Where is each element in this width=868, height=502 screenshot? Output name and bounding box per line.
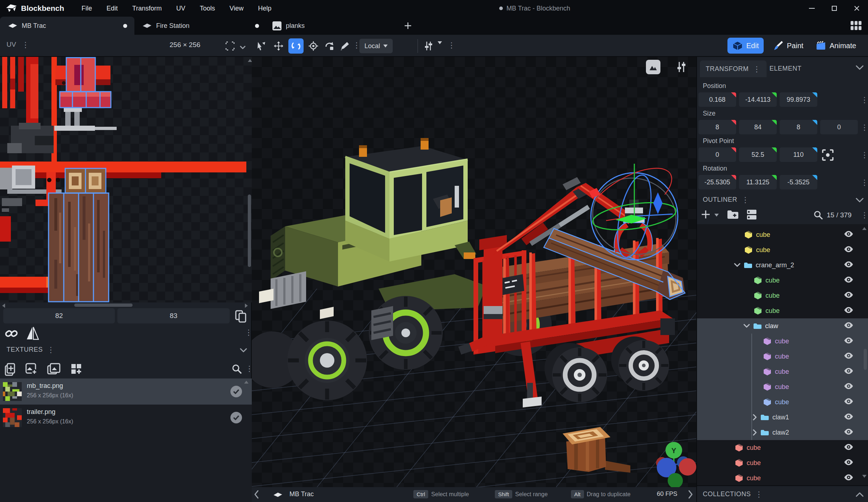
close-button[interactable] — [846, 0, 868, 17]
visibility-eye-icon[interactable] — [844, 231, 854, 239]
textures-collapse-button[interactable] — [240, 347, 247, 354]
toggle-panels-button[interactable] — [746, 209, 757, 221]
viewport[interactable]: X Z Y — [252, 57, 696, 487]
mode-tab-paint[interactable]: Paint — [769, 38, 809, 54]
scroll-left-arrow[interactable] — [2, 304, 5, 308]
size-y-input[interactable]: 84 — [739, 120, 777, 134]
collections-menu-button[interactable]: ⋮ — [755, 490, 763, 498]
add-dropdown[interactable] — [714, 214, 719, 217]
create-texture-button[interactable] — [4, 363, 16, 377]
visibility-eye-icon[interactable] — [844, 337, 854, 346]
outliner-item-cube[interactable]: cube — [697, 303, 868, 318]
outliner-item-cube[interactable]: cube — [697, 227, 868, 242]
visibility-eye-icon[interactable] — [844, 459, 854, 467]
append-palette-button[interactable] — [70, 363, 83, 377]
knife-tool-button[interactable] — [337, 38, 352, 54]
outliner-item-cube[interactable]: cube — [697, 273, 868, 288]
uv-editor-canvas[interactable] — [0, 57, 252, 302]
chevron-down-icon[interactable] — [743, 324, 750, 328]
slider-settings-button[interactable] — [421, 38, 436, 54]
texture-enabled-check[interactable] — [230, 386, 242, 397]
import-multiple-button[interactable] — [47, 363, 61, 377]
tab-transform[interactable]: TRANSFORM ⋮ — [700, 60, 767, 77]
rotation-menu[interactable]: ⋮ — [861, 179, 868, 186]
status-next-button[interactable] — [687, 489, 694, 501]
outliner-item-cube[interactable]: cube — [697, 242, 868, 258]
position-y-input[interactable]: -14.4113 — [739, 92, 777, 107]
outliner-scroll-up[interactable] — [862, 227, 867, 230]
outliner-scroll-down[interactable] — [862, 475, 867, 478]
import-texture-button[interactable] — [25, 363, 38, 377]
outliner-scroll-thumb[interactable] — [864, 349, 867, 370]
pivot-y-input[interactable]: 52.5 — [739, 147, 777, 162]
vscroll-thumb[interactable] — [248, 194, 251, 267]
texture-search-button[interactable] — [232, 364, 242, 376]
uv-y-input[interactable]: 83 — [117, 308, 230, 323]
frame-view-dropdown[interactable] — [240, 44, 246, 51]
outliner-group-claw[interactable]: claw — [697, 318, 868, 334]
scroll-right-arrow[interactable] — [245, 304, 248, 308]
visibility-eye-icon[interactable] — [844, 428, 854, 437]
outliner-item-cube[interactable]: cube — [697, 440, 868, 455]
size-inflate-input[interactable]: 0 — [820, 120, 858, 134]
visibility-eye-icon[interactable] — [844, 307, 854, 315]
uv-vscrollbar[interactable] — [247, 57, 252, 302]
outliner-item-cube[interactable]: cube — [697, 334, 868, 349]
menu-help[interactable]: Help — [258, 5, 271, 12]
pivot-z-input[interactable]: 110 — [780, 147, 817, 162]
menu-tools[interactable]: Tools — [200, 5, 215, 12]
uv-panel-more-menu[interactable]: ⋮ — [245, 329, 253, 336]
viewport-sliders-button[interactable] — [673, 59, 689, 75]
tab-fire-station[interactable]: Fire Station — [134, 17, 268, 35]
visibility-eye-icon[interactable] — [844, 398, 854, 406]
visibility-eye-icon[interactable] — [844, 246, 854, 254]
rotation-z-input[interactable]: -5.3525 — [780, 175, 817, 189]
tab-element[interactable]: ELEMENT — [769, 65, 802, 72]
background-image-toggle-button[interactable] — [646, 60, 660, 74]
outliner-collapse-button[interactable] — [856, 197, 864, 204]
mode-tab-animate[interactable]: Animate — [811, 38, 861, 54]
mode-tab-edit[interactable]: Edit — [727, 38, 764, 54]
app-grid-button[interactable] — [851, 21, 861, 30]
menu-file[interactable]: File — [82, 5, 92, 12]
position-z-input[interactable]: 99.8973 — [780, 92, 817, 107]
visibility-eye-icon[interactable] — [844, 383, 854, 391]
uv-panel-menu-button[interactable]: ⋮ — [22, 41, 29, 49]
outliner-item-cube[interactable]: cube — [697, 224, 868, 227]
frame-view-button[interactable] — [222, 38, 238, 54]
outliner-group-claw2[interactable]: claw2 — [697, 425, 868, 440]
menu-transform[interactable]: Transform — [132, 5, 162, 12]
textures-menu-button[interactable]: ⋮ — [47, 346, 55, 354]
uv-mirror-button[interactable] — [26, 326, 39, 342]
menu-edit[interactable]: Edit — [107, 5, 118, 12]
visibility-eye-icon[interactable] — [844, 261, 854, 269]
status-prev-button[interactable] — [253, 489, 260, 501]
visibility-eye-icon[interactable] — [844, 474, 854, 482]
transform-menu-button[interactable]: ⋮ — [753, 65, 761, 73]
pivot-x-input[interactable]: 0 — [698, 147, 736, 162]
outliner-menu-button[interactable]: ⋮ — [742, 196, 749, 204]
center-pivot-button[interactable] — [822, 149, 834, 163]
outliner-more-menu[interactable]: ⋮ — [861, 211, 868, 219]
visibility-eye-icon[interactable] — [844, 292, 854, 300]
outliner-item-cube[interactable]: cube — [697, 288, 868, 303]
pivot-menu[interactable]: ⋮ — [861, 151, 868, 159]
chevron-right-icon[interactable] — [753, 429, 757, 436]
outliner-item-cube[interactable]: cube — [697, 364, 868, 379]
texture-row-mb-trac[interactable]: mb_trac.png 256 x 256px (16x) — [0, 378, 252, 405]
hscroll-thumb[interactable] — [74, 304, 133, 307]
maximize-button[interactable] — [823, 0, 846, 17]
move-tool-button[interactable] — [271, 38, 286, 54]
rotate-object-tool-button[interactable] — [322, 38, 337, 54]
viewport-canvas[interactable]: X Z Y — [252, 57, 696, 487]
outliner-search-button[interactable] — [814, 210, 823, 221]
rotation-y-input[interactable]: 11.3125 — [739, 175, 777, 189]
outliner-item-cube[interactable]: cube — [697, 394, 868, 410]
toolbar-menu[interactable]: ⋮ — [448, 41, 455, 49]
minimize-button[interactable] — [801, 0, 823, 17]
visibility-eye-icon[interactable] — [844, 352, 854, 361]
outliner-item-cube[interactable]: cube — [697, 470, 868, 485]
rotation-x-input[interactable]: -25.5305 — [698, 175, 736, 189]
tab-planks[interactable]: planks — [268, 17, 337, 35]
uv-hscrollbar[interactable] — [0, 302, 252, 308]
